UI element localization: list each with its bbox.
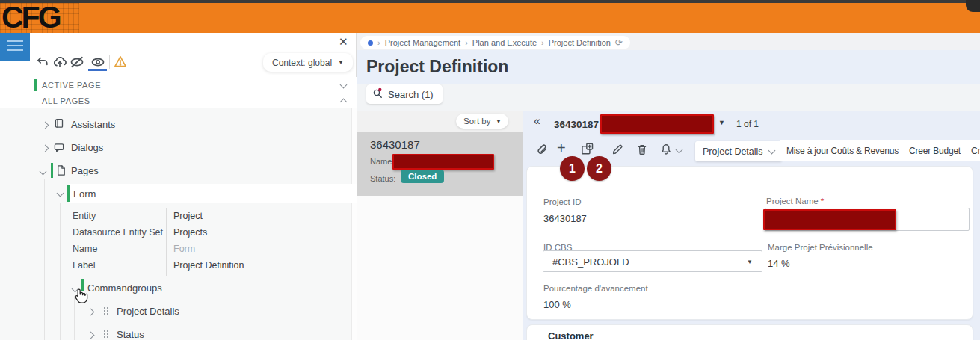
search-button[interactable]: Search (1): [366, 84, 443, 104]
project-details-dropdown-button[interactable]: Project Details: [695, 141, 782, 161]
tree-item-status[interactable]: Status: [117, 329, 144, 340]
context-label: Context: global: [272, 58, 332, 68]
breadcrumb-separator: ›: [541, 38, 544, 47]
refresh-icon[interactable]: ⟳: [615, 37, 623, 48]
breadcrumb-item[interactable]: Project Management: [385, 38, 461, 47]
form-accent: [67, 185, 70, 202]
breadcrumb-separator: ›: [377, 38, 380, 47]
caret-down-icon: ▼: [496, 119, 501, 124]
customer-section-title: Customer: [548, 330, 594, 340]
menu-button[interactable]: [0, 33, 30, 61]
action-link[interactable]: Creer Budget: [909, 146, 961, 156]
record-dropdown-icon[interactable]: ▼: [718, 119, 725, 126]
tree-item-form-row[interactable]: [69, 184, 357, 203]
app-header-bar: [0, 3, 980, 33]
page-title: Project Definition: [366, 57, 508, 77]
project-id-value: 36430187: [543, 213, 587, 224]
chevron-up-icon[interactable]: [340, 99, 348, 106]
redaction-box: [392, 154, 494, 170]
caret-down-icon: ▼: [338, 59, 344, 66]
avancement-label: Pourcentage d'avancement: [543, 284, 648, 293]
tree-guide-line: [44, 179, 45, 340]
marge-label: Marge Projet Prévisionnelle: [768, 243, 873, 252]
toolbar-divider: [109, 55, 110, 69]
cloud-upload-icon[interactable]: [52, 55, 67, 69]
toolbar-divider: [87, 55, 87, 69]
breadcrumb-item[interactable]: Project Definition: [549, 38, 611, 47]
all-pages-row[interactable]: ALL PAGES: [0, 93, 357, 108]
screen: CFG ✕ Context: global ▼: [0, 0, 980, 340]
speech-bubble-icon: [53, 142, 65, 156]
chevron-down-icon[interactable]: [340, 81, 348, 89]
tree-item-commandgroups[interactable]: Commandgroups: [87, 282, 162, 294]
tree-item-pages[interactable]: Pages: [71, 165, 99, 176]
property-name: Datasource Entity Set: [73, 227, 163, 238]
action-link[interactable]: Cre: [971, 146, 980, 156]
breadcrumb-separator: ›: [465, 38, 468, 47]
id-cbs-combobox[interactable]: #CBS_PROJOLD ▼: [543, 250, 762, 272]
tree-scrollbar[interactable]: [351, 108, 357, 340]
document-icon: [55, 164, 67, 179]
list-item-status-label: Status:: [370, 174, 395, 183]
status-badge: Closed: [401, 170, 444, 183]
redaction-box: [600, 114, 714, 134]
cfg-logo: CFG: [0, 3, 79, 33]
eye-active-underline: [88, 69, 107, 71]
property-name: Label: [73, 260, 96, 271]
property-divider: [166, 208, 167, 276]
id-cbs-value: #CBS_PROJOLD: [552, 256, 629, 268]
avancement-value: 100 %: [543, 299, 571, 310]
record-action-bar: Mise à jour Coûts & Revenus Creer Budget…: [780, 140, 980, 161]
tree-item-assistants[interactable]: Assistants: [71, 119, 115, 130]
sort-by-button[interactable]: Sort by ▼: [456, 114, 508, 129]
project-details-label: Project Details: [703, 146, 763, 157]
property-name: Name: [73, 244, 97, 254]
record-pager: 1 of 1: [736, 119, 759, 129]
inspector-panel: ✕ Context: global ▼ ACTIVE PAGE: [0, 33, 357, 340]
chevron-down-icon: [768, 146, 775, 154]
pages-accent: [51, 163, 53, 178]
copy-add-icon[interactable]: [581, 143, 594, 158]
search-band: [357, 84, 980, 111]
tree-item-project-details[interactable]: Project Details: [117, 306, 179, 317]
all-pages-label: ALL PAGES: [42, 96, 90, 105]
eye-icon[interactable]: [90, 56, 105, 68]
eye-off-icon[interactable]: [70, 56, 84, 68]
list-item-selected[interactable]: 36430187 Name: Status: Closed: [357, 132, 523, 196]
book-icon: [53, 118, 65, 132]
marge-value: 14 %: [768, 258, 790, 269]
tree-item-dialogs[interactable]: Dialogs: [71, 142, 103, 153]
property-value[interactable]: Project Definition: [173, 260, 244, 271]
property-name: Entity: [73, 211, 96, 221]
tree-item-form[interactable]: Form: [73, 188, 96, 200]
warning-icon[interactable]: [113, 55, 128, 69]
breadcrumb-item[interactable]: Plan and Execute: [472, 38, 537, 47]
redaction-box: [763, 209, 896, 230]
notification-bell-icon[interactable]: [660, 143, 672, 158]
customer-section-card: Customer: [526, 324, 973, 340]
close-icon[interactable]: ✕: [339, 35, 348, 49]
project-form-card: Project ID 36430187 Project Name* ID CBS…: [526, 166, 973, 320]
project-name-label: Project Name*: [766, 197, 824, 205]
property-value[interactable]: Form: [173, 244, 195, 254]
edit-icon[interactable]: [611, 143, 623, 158]
add-icon[interactable]: +: [557, 140, 566, 157]
context-selector[interactable]: Context: global ▼: [263, 53, 353, 72]
home-dot-icon[interactable]: [368, 40, 373, 46]
drag-handle-icon[interactable]: [102, 329, 111, 340]
property-value[interactable]: Project: [173, 211, 203, 221]
active-page-label: ACTIVE PAGE: [42, 81, 101, 90]
drag-handle-icon[interactable]: [102, 306, 111, 319]
attachment-icon[interactable]: [535, 143, 549, 160]
property-value[interactable]: Projects: [173, 227, 207, 238]
action-link[interactable]: Mise à jour Coûts & Revenus: [786, 146, 899, 156]
active-page-row[interactable]: ACTIVE PAGE: [0, 77, 357, 93]
project-id-label: Project ID: [543, 197, 582, 206]
undo-icon[interactable]: [36, 55, 49, 69]
sort-by-label: Sort by: [463, 117, 490, 126]
search-button-label: Search (1): [388, 89, 434, 100]
record-list-panel: Sort by ▼ 36430187 Name: Status: Closed: [357, 111, 523, 340]
delete-icon[interactable]: [636, 143, 648, 158]
collapse-panel-icon[interactable]: «: [534, 114, 540, 128]
menu-icon: [7, 40, 23, 42]
